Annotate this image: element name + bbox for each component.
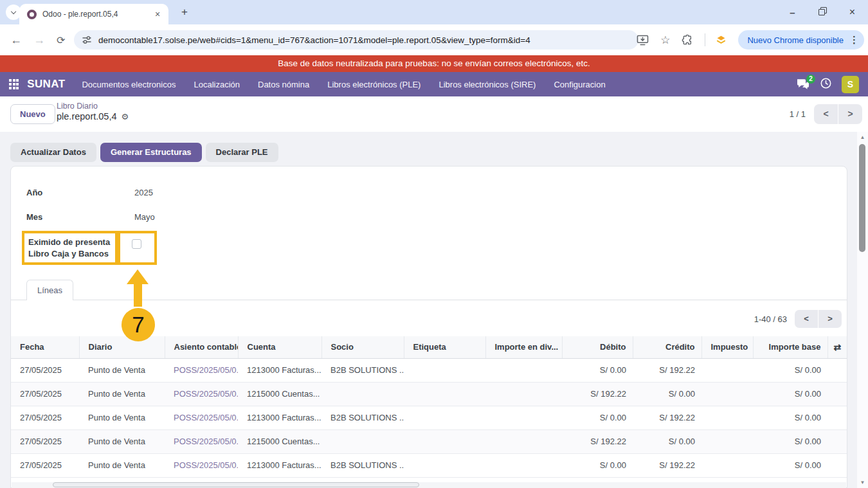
record-next-button[interactable]: > [838,104,862,124]
cell-debito[interactable]: S/ 0.00 [562,406,633,429]
cell-debito[interactable]: S/ 192.22 [562,429,633,453]
header-impuesto[interactable]: Impuesto [701,336,753,358]
cell-asiento-link[interactable]: POSS/2025/05/0... [165,358,238,382]
cell-credito[interactable]: S/ 192.22 [633,406,701,429]
table-row[interactable]: 27/05/2025 Punto de Venta POSS/2025/05/0… [11,453,847,477]
declarar-ple-button[interactable]: Declarar PLE [206,143,278,162]
cell-cuenta[interactable]: 1213000 Facturas... [238,358,321,382]
anio-value[interactable]: 2025 [134,188,153,197]
header-credito[interactable]: Crédito [633,336,701,358]
cell-cuenta[interactable]: 1213000 Facturas... [238,406,321,429]
table-row[interactable]: 27/05/2025 Punto de Venta POSS/2025/05/0… [11,382,847,406]
cell-importe-div[interactable] [485,406,562,429]
browser-tab[interactable]: Odoo - ple.report.05,4 × [19,4,168,24]
breadcrumb-parent-link[interactable]: Libro Diario [57,102,129,111]
header-asiento[interactable]: Asiento contable [165,336,238,358]
header-importe-base[interactable]: Importe base [753,336,827,358]
header-socio[interactable]: Socio [321,336,404,358]
cell-fecha[interactable]: 27/05/2025 [11,406,79,429]
header-etiqueta[interactable]: Etiqueta [404,336,485,358]
lines-next-button[interactable]: > [818,310,842,328]
cell-importe-div[interactable] [485,453,562,477]
back-button[interactable]: ← [10,24,22,55]
browser-menu-icon[interactable]: ⋮ [849,34,859,46]
cell-importe-div[interactable] [485,429,562,453]
cell-credito[interactable]: S/ 192.22 [633,453,701,477]
table-row[interactable]: 27/05/2025 Punto de Venta POSS/2025/05/0… [11,406,847,429]
extensions-puzzle-icon[interactable] [682,34,693,46]
restore-button[interactable] [818,8,826,16]
menu-configuracion[interactable]: Configuracion [554,80,605,89]
address-bar[interactable]: democontable17.solse.pe/web#cids=1&menu_… [74,30,638,50]
new-tab-button[interactable]: + [177,5,192,19]
cell-importe-div[interactable] [485,382,562,406]
cell-credito[interactable]: S/ 0.00 [633,429,701,453]
cell-importe-div[interactable] [485,358,562,382]
url-text[interactable]: democontable17.solse.pe/web#cids=1&menu_… [98,35,530,45]
cell-impuesto[interactable] [701,382,753,406]
cell-etiqueta[interactable] [404,429,485,453]
vertical-scrollbar-thumb[interactable] [859,144,865,252]
table-row[interactable]: 27/05/2025 Punto de Venta POSS/2025/05/0… [11,429,847,453]
cell-impuesto[interactable] [701,406,753,429]
new-record-button[interactable]: Nuevo [10,104,55,124]
cell-etiqueta[interactable] [404,406,485,429]
cell-etiqueta[interactable] [404,382,485,406]
header-debito[interactable]: Débito [562,336,633,358]
header-fecha[interactable]: Fecha [11,336,79,358]
chrome-update-button[interactable]: Nuevo Chrome disponible ⋮ [738,30,864,50]
gear-icon[interactable]: ⚙ [122,112,129,122]
cell-importe-base[interactable]: S/ 0.00 [753,429,827,453]
brand-sunat[interactable]: SUNAT [27,78,65,91]
horizontal-scrollbar[interactable] [12,482,846,488]
cell-diario[interactable]: Punto de Venta [79,453,165,477]
install-app-icon[interactable] [637,35,649,46]
cell-credito[interactable]: S/ 192.22 [633,358,701,382]
cell-diario[interactable]: Punto de Venta [79,429,165,453]
messages-icon[interactable]: 2 [796,78,810,90]
cell-etiqueta[interactable] [404,453,485,477]
menu-localizacion[interactable]: Localización [194,80,240,89]
cell-impuesto[interactable] [701,358,753,382]
tab-close-icon[interactable]: × [152,9,163,19]
cell-importe-base[interactable]: S/ 0.00 [753,453,827,477]
cell-socio[interactable]: B2B SOLUTIONS ... [321,358,404,382]
cell-etiqueta[interactable] [404,358,485,382]
cell-diario[interactable]: Punto de Venta [79,358,165,382]
site-info-icon[interactable] [82,35,92,45]
mes-value[interactable]: Mayo [134,212,155,222]
bookmark-star-icon[interactable]: ☆ [660,33,670,47]
cell-debito[interactable]: S/ 0.00 [562,358,633,382]
cell-cuenta[interactable]: 1213000 Facturas... [238,453,321,477]
menu-libros-ple[interactable]: Libros electrónicos (PLE) [327,80,420,89]
cell-credito[interactable]: S/ 0.00 [633,382,701,406]
cell-diario[interactable]: Punto de Venta [79,406,165,429]
cell-impuesto[interactable] [701,453,753,477]
cell-asiento-link[interactable]: POSS/2025/05/0... [165,382,238,406]
apps-grid-icon[interactable] [9,79,19,89]
scroll-up-icon[interactable]: ▲ [857,134,868,140]
cell-fecha[interactable]: 27/05/2025 [11,429,79,453]
cell-importe-base[interactable]: S/ 0.00 [753,406,827,429]
activities-clock-icon[interactable] [820,77,832,92]
cell-cuenta[interactable]: 1215000 Cuentas... [238,382,321,406]
eximido-checkbox[interactable] [132,239,141,249]
header-cuenta[interactable]: Cuenta [238,336,321,358]
header-importe-div[interactable]: Importe en div... [485,336,562,358]
cell-asiento-link[interactable]: POSS/2025/05/0... [165,453,238,477]
scroll-down-icon[interactable]: ▼ [857,480,868,485]
vertical-scrollbar[interactable]: ▲ ▼ [857,132,868,488]
cell-impuesto[interactable] [701,429,753,453]
record-prev-button[interactable]: < [814,104,838,124]
cell-fecha[interactable]: 27/05/2025 [11,453,79,477]
cell-cuenta[interactable]: 1215000 Cuentas... [238,429,321,453]
cell-importe-base[interactable]: S/ 0.00 [753,358,827,382]
actualizar-datos-button[interactable]: Actualizar Datos [10,143,96,162]
user-avatar[interactable]: S [842,76,859,93]
cell-asiento-link[interactable]: POSS/2025/05/0... [165,429,238,453]
header-diario[interactable]: Diario [79,336,165,358]
extension-orange-icon[interactable] [716,35,727,46]
cell-fecha[interactable]: 27/05/2025 [11,358,79,382]
reload-button[interactable]: ⟳ [57,24,65,55]
minimize-button[interactable]: – [790,7,795,18]
